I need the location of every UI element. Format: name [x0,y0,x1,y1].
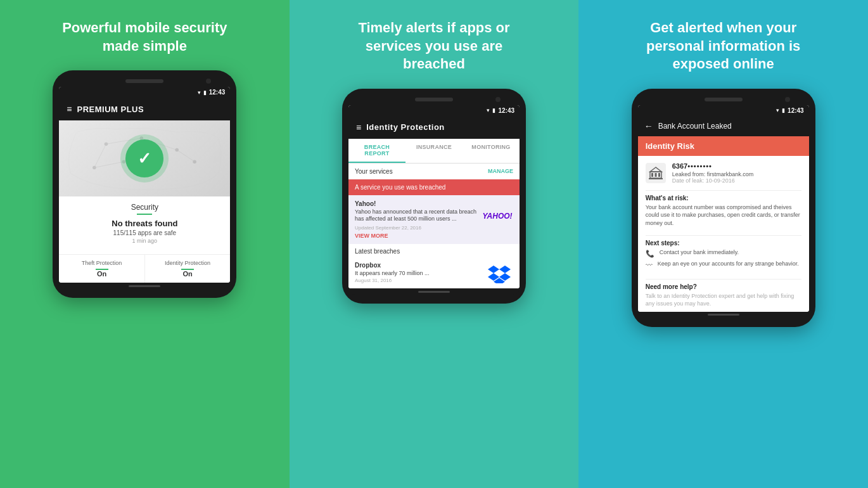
svg-rect-14 [654,173,656,177]
tab-breach-report[interactable]: BREACH REPORT [348,139,405,163]
identity-label: Identity Protection [149,260,227,266]
leaked-from-text: Leaked from: firstmarkbank.com [672,171,801,177]
home-indicator-3 [708,314,739,316]
app-title-2: Identity Protection [366,122,445,132]
step-2: 〰 Keep an eye on your accounts for any s… [646,260,801,269]
phone2-bottom [348,288,520,295]
phone3-speaker [705,98,743,101]
date-of-leak-text: Date of leak: 10-09-2016 [672,177,801,184]
wifi-icon-2: ▾ [487,107,490,113]
wifi-icon-3: ▾ [776,107,779,113]
account-row: 6367•••••••• Leaked from: firstmarkbank.… [638,156,809,186]
svg-line-9 [177,150,195,162]
security-info: Security No threats found 115/115 apps a… [59,196,230,254]
apps-safe-text: 115/115 apps are safe [67,229,222,236]
time-3: 12:43 [788,107,804,114]
phone2-screen: ▾ ▮ 12:43 ≡ Identity Protection BREACH R… [348,105,520,288]
yahoo-breach-date: Updated September 22, 2016 [355,225,476,231]
services-label: Your services [355,168,393,175]
step-1-text: Contact your bank immediately. [660,249,739,257]
tab-monitoring[interactable]: MONITORING [463,139,520,163]
divider-2 [646,235,801,236]
phone3-camera [785,97,790,102]
scan-time-text: 1 min ago [67,238,222,244]
dropbox-service-name: Dropbox [355,262,480,269]
account-number: 6367•••••••• [672,162,801,170]
phone-3: ▾ ▮ 12:43 ← Bank Account Leaked Identity… [632,89,815,327]
screen2-content: BREACH REPORT INSURANCE MONITORING Your … [348,139,520,288]
dropbox-date: August 31, 2016 [355,278,480,283]
bank-icon [646,163,666,183]
svg-rect-15 [658,173,660,177]
app-header-1: ≡ PREMIUM PLUS [59,98,230,120]
view-more-button[interactable]: VIEW MORE [355,233,476,239]
back-arrow-icon[interactable]: ← [644,121,653,131]
svg-rect-17 [649,178,663,179]
phone1-top-bar [59,79,230,83]
manage-button[interactable]: MANAGE [488,168,513,174]
step-2-text: Keep an eye on your accounts for any str… [658,260,799,268]
whats-at-risk-desc: Your bank account number was compromised… [646,203,801,228]
phone-1: ▾ ▮ 12:43 ≡ PREMIUM PLUS [53,70,236,298]
app-title-1: PREMIUM PLUS [77,105,144,114]
wifi-icon-1: ▾ [198,89,201,96]
menu-icon-1[interactable]: ≡ [67,104,72,114]
no-threats-text: No threats found [67,219,222,228]
battery-icon-1: ▮ [203,89,207,96]
phone3-screen: ▾ ▮ 12:43 ← Bank Account Leaked Identity… [638,105,809,312]
theft-protection-item: Theft Protection On [59,255,145,283]
back-label: Bank Account Leaked [658,122,732,131]
step-1: 📞 Contact your bank immediately. [646,249,801,258]
dropbox-logo [485,263,513,283]
phone-2: ▾ ▮ 12:43 ≡ Identity Protection BREACH R… [342,89,526,304]
dropbox-breach-card[interactable]: Dropbox It appears nearly 70 million ...… [348,262,520,288]
account-details: 6367•••••••• Leaked from: firstmarkbank.… [672,162,801,184]
need-help-desc: Talk to an Identity Protection expert an… [646,292,801,308]
screen3-content: Identity Risk 6 [638,136,809,312]
phone1-speaker [125,79,163,83]
svg-rect-13 [651,173,653,177]
phone3-bottom [638,312,809,318]
yahoo-breach-text: Yahoo! Yahoo has announced that a recent… [355,200,476,239]
phone3-top-bar [638,98,809,101]
theft-label: Theft Protection [63,260,141,266]
yahoo-breach-desc: Yahoo has announced that a recent data b… [355,209,476,223]
security-label: Security [67,203,222,212]
app-header-2: ≡ Identity Protection [348,116,520,139]
dropbox-text: Dropbox It appears nearly 70 million ...… [355,262,480,283]
menu-icon-2[interactable]: ≡ [356,122,361,132]
phone1-camera [206,79,211,84]
need-help-title: Need more help? [646,283,801,290]
account-dots: •••••••• [687,162,712,170]
breach-alert: A service you use was breached [348,179,520,195]
svg-line-8 [94,144,106,167]
yahoo-logo: YAHOO! [482,207,513,226]
checkmark-icon: ✓ [137,149,151,169]
next-steps-title: Next steps: [646,240,801,247]
yahoo-breach-inner: Yahoo! Yahoo has announced that a recent… [355,200,513,239]
yahoo-breach-card[interactable]: Yahoo! Yahoo has announced that a recent… [348,195,520,244]
battery-icon-3: ▮ [782,107,785,113]
map-area: ✓ [59,120,230,196]
status-bar-2: ▾ ▮ 12:43 [348,105,520,116]
phone2-top-bar [348,98,520,101]
whats-at-risk-section: What's at risk: Your bank account number… [638,195,809,231]
tab-bar: BREACH REPORT INSURANCE MONITORING [348,139,520,164]
latest-breaches-section: Latest breaches [348,244,520,262]
panel-3: Get alerted when your personal informati… [578,0,868,488]
home-indicator-1 [129,285,160,287]
tab-insurance[interactable]: INSURANCE [405,139,463,163]
phone1-bottom [59,283,230,289]
screen1-content: ✓ Security No threats found 115/115 apps… [59,120,230,283]
divider-3 [646,279,801,279]
theft-status: On [63,270,141,278]
need-help-section: Need more help? Talk to an Identity Prot… [638,283,809,312]
identity-risk-header: Identity Risk [638,136,809,156]
battery-icon-2: ▮ [492,107,495,113]
panel3-headline: Get alerted when your personal informati… [622,19,825,74]
divider-1 [646,190,801,191]
next-steps-section: Next steps: 📞 Contact your bank immediat… [638,240,809,275]
status-bar-3: ▾ ▮ 12:43 [638,105,809,116]
svg-marker-16 [650,167,661,172]
whats-at-risk-title: What's at risk: [646,195,801,202]
